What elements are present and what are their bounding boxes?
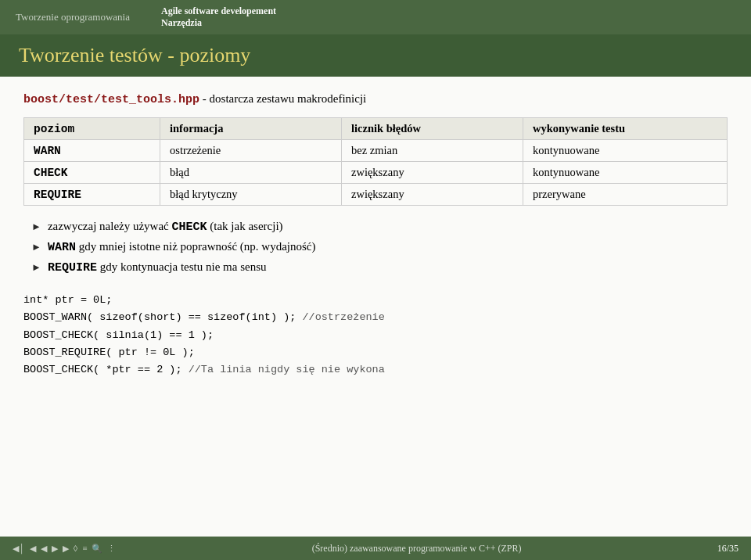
code-text-5: BOOST_CHECK( *ptr == 2 );	[23, 364, 189, 375]
code-line-3: BOOST_CHECK( silnia(1) == 1 );	[23, 327, 728, 344]
nav-menu-btn[interactable]: ≡	[82, 544, 87, 553]
cell-check-exec: kontynuowane	[523, 162, 728, 184]
code-block: int* ptr = 0L; BOOST_WARN( sizeof(short)…	[23, 289, 728, 382]
bullet-list: ► zazwyczaj należy używać CHECK (tak jak…	[23, 220, 728, 275]
list-item-warn: ► WARN gdy mniej istotne niż poprawność …	[31, 240, 728, 254]
list-item-check: ► zazwyczaj należy używać CHECK (tak jak…	[31, 220, 728, 234]
top-navigation: Tworzenie oprogramowania Agile software …	[0, 0, 751, 34]
nav-last-btn[interactable]: ◊	[74, 544, 77, 553]
cell-warn-count: bez zmian	[342, 140, 523, 162]
bullet-check-prefix: zazwyczaj należy używać	[48, 220, 172, 232]
table-row-require: REQUIRE błąd krytyczny zwiększany przery…	[24, 184, 728, 206]
cell-require-level: REQUIRE	[24, 184, 160, 206]
code-text-3: BOOST_CHECK( silnia(1) == 1 );	[23, 329, 214, 341]
cell-warn-level: WARN	[24, 140, 160, 162]
nav-item-agile[interactable]: Agile software developement Narzędzia	[161, 5, 276, 29]
bottom-center-label: (Średnio) zaawansowane programowanie w C…	[312, 543, 522, 555]
nav-first-btn[interactable]: ◀│	[13, 544, 25, 554]
title-bar: Tworzenie testów - poziomy	[0, 34, 751, 77]
hpp-intro-line: boost/test/test_tools.hpp - dostarcza ze…	[23, 92, 728, 106]
hpp-link: boost/test/test_tools.hpp	[23, 93, 199, 106]
cell-check-level: CHECK	[24, 162, 160, 184]
bullet-require-bold: REQUIRE	[48, 261, 97, 275]
header-exec: wykonywanie testu	[523, 118, 728, 140]
code-text-2: BOOST_WARN( sizeof(short) == sizeof(int)…	[23, 311, 302, 323]
code-comment-5: //Ta linia nigdy się nie wykona	[189, 364, 385, 375]
nav-subtitle-narzedzia: Narzędzia	[161, 17, 276, 29]
cell-warn-exec: kontynuowane	[523, 140, 728, 162]
code-comment-2: //ostrzeżenie	[302, 311, 384, 323]
cell-warn-info: ostrzeżenie	[160, 140, 342, 162]
bullet-warn-suffix: gdy mniej istotne niż poprawność (np. wy…	[76, 240, 316, 253]
code-line-2: BOOST_WARN( sizeof(short) == sizeof(int)…	[23, 309, 728, 326]
nav-prev-btn[interactable]: ◀	[30, 544, 36, 554]
header-count: licznik błędów	[342, 118, 523, 140]
page-title: Tworzenie testów - poziomy	[19, 44, 732, 67]
bullet-check-text: zazwyczaj należy używać CHECK (tak jak a…	[48, 220, 283, 234]
code-text-1: int* ptr = 0L;	[23, 294, 112, 306]
table-row-check: CHECK błąd zwiększany kontynuowane	[24, 162, 728, 184]
bullet-arrow-3: ►	[31, 261, 41, 274]
cell-require-exec: przerywane	[523, 184, 728, 206]
nav-subtitle-agile: Agile software developement	[161, 5, 276, 17]
nav-back-btn[interactable]: ◀	[41, 544, 47, 554]
code-line-5: BOOST_CHECK( *ptr == 2 ); //Ta linia nig…	[23, 361, 728, 379]
page-number: 16/35	[717, 543, 738, 555]
nav-search-btn[interactable]: 🔍	[92, 544, 102, 554]
bullet-require-text: REQUIRE gdy kontynuacja testu nie ma sen…	[48, 260, 267, 275]
cell-check-info: błąd	[160, 162, 342, 184]
bullet-require-suffix: gdy kontynuacja testu nie ma sensu	[97, 260, 267, 273]
code-text-4: BOOST_REQUIRE( ptr != 0L );	[23, 346, 195, 358]
nav-controls-left: ◀│ ◀ ◀ ▶ ▶ ◊ ≡ 🔍 ⋮	[13, 544, 116, 554]
nav-zoom-btn[interactable]: ⋮	[107, 544, 116, 554]
cell-require-count: zwiększany	[342, 184, 523, 206]
list-item-require: ► REQUIRE gdy kontynuacja testu nie ma s…	[31, 260, 728, 275]
bullet-warn-bold: WARN	[48, 241, 76, 254]
bullet-arrow-2: ►	[31, 241, 41, 253]
nav-next-btn[interactable]: ▶	[63, 544, 69, 554]
table-row-warn: WARN ostrzeżenie bez zmian kontynuowane	[24, 140, 728, 162]
nav-fwd-btn[interactable]: ▶	[52, 544, 58, 554]
hpp-description: - dostarcza zestawu makrodefinicji	[199, 92, 366, 105]
code-line-1: int* ptr = 0L;	[23, 292, 728, 309]
nav-item-tworzenie[interactable]: Tworzenie oprogramowania	[16, 11, 130, 23]
bullet-check-bold: CHECK	[172, 221, 207, 234]
header-info: informacja	[160, 118, 342, 140]
main-content: boost/test/test_tools.hpp - dostarcza ze…	[0, 77, 751, 537]
bullet-warn-text: WARN gdy mniej istotne niż poprawność (n…	[48, 240, 316, 254]
table-header-row: poziom informacja licznik błędów wykonyw…	[24, 118, 728, 140]
bullet-arrow-1: ►	[31, 221, 41, 233]
bottom-bar: ◀│ ◀ ◀ ▶ ▶ ◊ ≡ 🔍 ⋮ (Średnio) zaawansowan…	[0, 537, 751, 560]
code-line-4: BOOST_REQUIRE( ptr != 0L );	[23, 344, 728, 361]
header-level: poziom	[24, 118, 160, 140]
cell-require-info: błąd krytyczny	[160, 184, 342, 206]
levels-table: poziom informacja licznik błędów wykonyw…	[23, 117, 728, 206]
bullet-check-suffix: (tak jak asercji)	[207, 220, 283, 232]
cell-check-count: zwiększany	[342, 162, 523, 184]
